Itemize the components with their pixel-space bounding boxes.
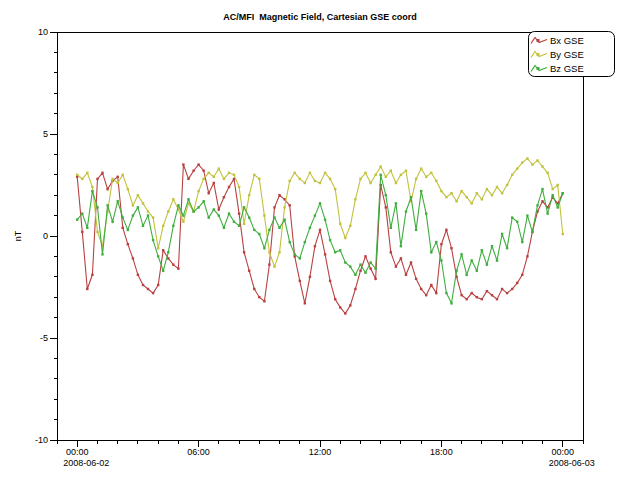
data-marker [380, 165, 382, 167]
data-marker [228, 172, 230, 174]
data-marker [263, 300, 265, 302]
data-marker [420, 168, 422, 170]
data-marker [223, 227, 225, 229]
data-marker [385, 194, 387, 196]
data-marker [471, 292, 473, 294]
data-marker [329, 280, 331, 282]
data-marker [516, 168, 518, 170]
data-marker [415, 178, 417, 180]
data-marker [359, 270, 361, 272]
data-marker [152, 292, 154, 294]
data-marker [541, 188, 543, 190]
data-marker [324, 253, 326, 255]
data-marker [162, 249, 164, 251]
data-marker [445, 292, 447, 294]
data-marker [177, 204, 179, 206]
legend-label-bz: Bz GSE [550, 63, 584, 74]
data-marker [450, 247, 452, 249]
data-marker [349, 225, 351, 227]
data-marker [455, 200, 457, 202]
data-marker [162, 270, 164, 272]
data-marker [182, 221, 184, 223]
data-marker [192, 170, 194, 172]
data-marker [147, 288, 149, 290]
data-marker [187, 178, 189, 180]
data-marker [142, 284, 144, 286]
data-marker [309, 227, 311, 229]
data-marker [117, 182, 119, 184]
data-marker [203, 200, 205, 202]
data-marker [435, 241, 437, 243]
data-marker [562, 233, 564, 235]
data-marker [435, 292, 437, 294]
data-marker [319, 229, 321, 231]
data-marker [294, 253, 296, 255]
data-marker [243, 251, 245, 253]
data-marker [546, 212, 548, 214]
data-marker [132, 257, 134, 259]
data-marker [137, 194, 139, 196]
data-marker [167, 210, 169, 212]
data-marker [117, 176, 119, 178]
x-tick-label: 06:00 [187, 447, 210, 457]
legend-marker-by [537, 53, 540, 56]
x-tick-label: 18:00 [430, 447, 453, 457]
data-marker [364, 172, 366, 174]
data-marker [359, 263, 361, 265]
data-marker [471, 202, 473, 204]
data-marker [253, 288, 255, 290]
chart-canvas: AC/MFI Magnetic Field, Cartesian GSE coo… [0, 0, 640, 480]
data-marker [369, 261, 371, 263]
data-marker [208, 216, 210, 218]
data-marker [263, 214, 265, 216]
data-marker [132, 204, 134, 206]
data-marker [304, 302, 306, 304]
data-marker [223, 196, 225, 198]
data-marker [167, 257, 169, 259]
data-marker [289, 180, 291, 182]
data-marker [197, 163, 199, 165]
data-marker [127, 243, 129, 245]
data-marker [476, 192, 478, 194]
data-marker [405, 274, 407, 276]
data-marker [476, 296, 478, 298]
data-marker [299, 280, 301, 282]
data-marker [228, 186, 230, 188]
data-marker [552, 194, 554, 196]
data-marker [218, 208, 220, 210]
data-marker [238, 186, 240, 188]
data-marker [258, 233, 260, 235]
data-marker [541, 200, 543, 202]
data-marker [101, 172, 103, 174]
data-marker [314, 245, 316, 247]
data-marker [81, 212, 83, 214]
data-marker [521, 274, 523, 276]
data-marker [420, 190, 422, 192]
data-marker [390, 170, 392, 172]
data-marker [208, 172, 210, 174]
data-marker [476, 270, 478, 272]
data-marker [86, 172, 88, 174]
data-marker [334, 188, 336, 190]
data-marker [557, 184, 559, 186]
data-marker [531, 231, 533, 233]
data-marker [385, 206, 387, 208]
data-marker [405, 170, 407, 172]
series-line-bz [77, 175, 563, 303]
data-marker [410, 196, 412, 198]
data-marker [157, 255, 159, 257]
data-marker [248, 194, 250, 196]
data-marker [531, 163, 533, 165]
data-marker [364, 272, 366, 274]
data-marker [496, 259, 498, 261]
data-marker [511, 216, 513, 218]
magnetic-field-plot: AC/MFI Magnetic Field, Cartesian GSE coo… [0, 0, 640, 480]
data-marker [86, 227, 88, 229]
data-marker [521, 241, 523, 243]
data-marker [390, 251, 392, 253]
data-marker [157, 284, 159, 286]
data-marker [117, 200, 119, 202]
data-marker [76, 174, 78, 176]
data-marker [450, 192, 452, 194]
series-line-bx [77, 165, 563, 314]
